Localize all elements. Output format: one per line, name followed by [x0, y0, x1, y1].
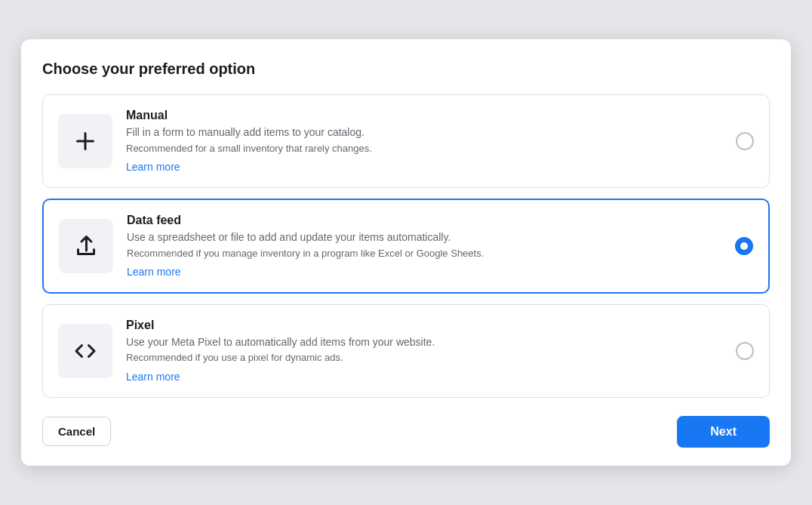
- pixel-desc: Use your Meta Pixel to automatically add…: [126, 335, 724, 350]
- manual-icon-wrap: [58, 114, 112, 168]
- manual-title: Manual: [126, 109, 724, 122]
- option-data-feed[interactable]: Data feed Use a spreadsheet or file to a…: [42, 199, 770, 294]
- data-feed-sub: Recommended if you manage inventory in a…: [127, 247, 723, 260]
- next-button[interactable]: Next: [677, 416, 770, 448]
- pixel-learn-more[interactable]: Learn more: [126, 371, 180, 383]
- data-feed-title: Data feed: [127, 214, 723, 227]
- data-feed-icon-wrap: [59, 219, 113, 273]
- option-pixel[interactable]: Pixel Use your Meta Pixel to automatical…: [42, 304, 770, 398]
- dialog-footer: Cancel Next: [42, 416, 770, 448]
- data-feed-content: Data feed Use a spreadsheet or file to a…: [127, 214, 723, 279]
- data-feed-radio[interactable]: [735, 237, 753, 255]
- manual-radio[interactable]: [736, 132, 754, 150]
- manual-sub: Recommended for a small inventory that r…: [126, 142, 724, 156]
- dialog: Choose your preferred option Manual Fill…: [21, 39, 791, 465]
- dialog-title: Choose your preferred option: [42, 60, 770, 78]
- pixel-sub: Recommended if you use a pixel for dynam…: [126, 351, 724, 365]
- pixel-content: Pixel Use your Meta Pixel to automatical…: [126, 319, 724, 383]
- manual-content: Manual Fill in a form to manually add it…: [126, 109, 724, 174]
- pixel-radio[interactable]: [736, 342, 754, 360]
- code-icon: [72, 337, 99, 365]
- data-feed-learn-more[interactable]: Learn more: [127, 266, 181, 278]
- data-feed-desc: Use a spreadsheet or file to add and upd…: [127, 230, 723, 245]
- options-list: Manual Fill in a form to manually add it…: [42, 94, 770, 397]
- upload-icon: [72, 232, 100, 260]
- cancel-button[interactable]: Cancel: [42, 417, 111, 446]
- option-manual[interactable]: Manual Fill in a form to manually add it…: [42, 94, 770, 188]
- pixel-title: Pixel: [126, 319, 724, 332]
- manual-learn-more[interactable]: Learn more: [126, 161, 180, 173]
- plus-icon: [72, 128, 99, 155]
- pixel-icon-wrap: [58, 324, 112, 378]
- manual-desc: Fill in a form to manually add items to …: [126, 125, 724, 140]
